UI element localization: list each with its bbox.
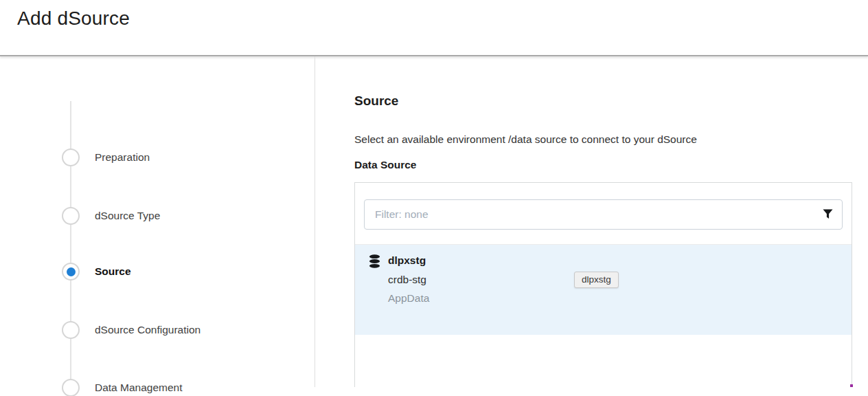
data-source-label: Data Source (354, 159, 416, 171)
stepper-content-divider (315, 56, 315, 387)
step-dot (67, 153, 76, 162)
step-dsource-configuration[interactable]: dSource Configuration (62, 321, 201, 339)
step-circle (62, 207, 80, 225)
step-label: Preparation (95, 151, 150, 164)
funnel-icon[interactable] (822, 208, 834, 220)
section-description: Select an available environment /data so… (354, 133, 697, 146)
step-dot (67, 326, 76, 335)
add-dsource-wizard: Add dSource Preparation dSource Type Sou… (0, 0, 868, 396)
section-title: Source (354, 94, 398, 109)
data-source-environment: crdb-stg (388, 274, 426, 286)
data-source-panel: dlpxstg crdb-stg AppData dlpxstg (354, 182, 852, 387)
step-data-management[interactable]: Data Management (62, 379, 183, 396)
step-preparation[interactable]: Preparation (62, 148, 150, 166)
stepper-connector-line (70, 101, 71, 388)
active-step-dot (67, 267, 76, 276)
purple-artifact-dot (850, 384, 853, 387)
tooltip: dlpxstg (574, 272, 619, 288)
page-title: Add dSource (17, 8, 130, 30)
step-circle (62, 148, 80, 166)
database-icon (369, 254, 380, 268)
step-label: dSource Type (95, 210, 160, 222)
filter-field (364, 199, 843, 230)
step-circle (62, 321, 80, 339)
step-label: Data Management (95, 382, 183, 394)
data-source-list: dlpxstg crdb-stg AppData dlpxstg (355, 244, 852, 335)
step-label: dSource Configuration (95, 324, 201, 336)
wizard-stepper: Preparation dSource Type Source dSource … (0, 56, 315, 396)
data-source-row-selected[interactable]: dlpxstg crdb-stg AppData dlpxstg (355, 245, 852, 335)
step-circle (62, 263, 80, 280)
step-dot (67, 212, 76, 221)
step-source-active[interactable]: Source (62, 263, 131, 280)
data-source-name: dlpxstg (388, 254, 426, 267)
step-label: Source (95, 265, 131, 278)
data-source-type: AppData (388, 292, 429, 305)
step-dsource-type[interactable]: dSource Type (62, 207, 160, 225)
step-circle (62, 379, 80, 396)
step-dot (67, 384, 76, 393)
filter-input[interactable] (364, 199, 843, 230)
